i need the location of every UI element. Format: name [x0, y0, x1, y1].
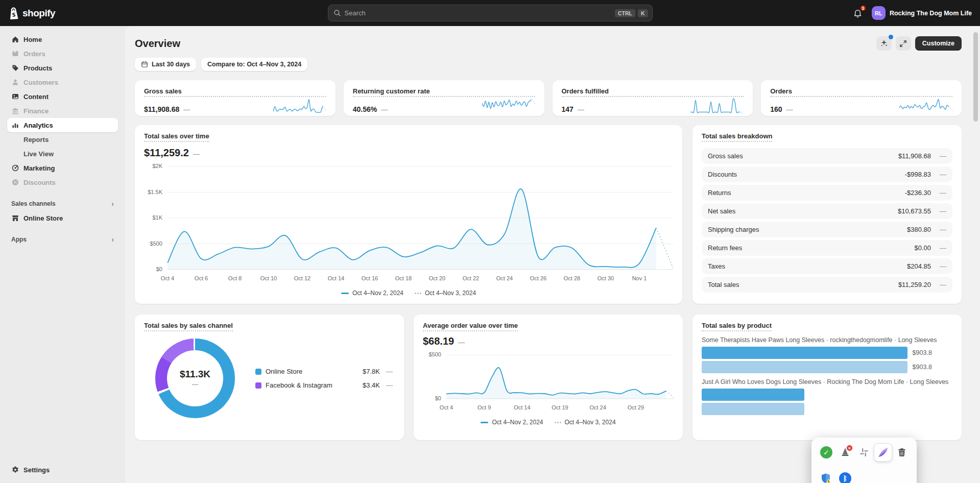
- trash-icon[interactable]: [893, 444, 911, 461]
- x-tick-label: Oct 14: [328, 275, 344, 281]
- sidebar-item-marketing[interactable]: Marketing: [7, 161, 118, 175]
- total-sales-chart-legend: Oct 4–Nov 2, 2024Oct 4–Nov 3, 2024: [144, 289, 673, 297]
- product-bar[interactable]: [702, 403, 804, 415]
- y-tick-label: $500: [429, 351, 441, 357]
- x-tick-label: Oct 20: [429, 275, 445, 281]
- product-bar[interactable]: [702, 347, 907, 359]
- search-placeholder: Search: [345, 9, 615, 17]
- scrollbar-thumb[interactable]: [973, 32, 978, 122]
- breakdown-row-taxes[interactable]: Taxes$204.85—: [702, 258, 952, 274]
- breakdown-row-shipping-charges[interactable]: Shipping charges$380.80—: [702, 222, 952, 237]
- analytics-icon: [11, 121, 19, 129]
- breakdown-row-discounts[interactable]: Discounts-$998.83—: [702, 166, 952, 182]
- product-bar-row: [702, 403, 952, 415]
- average-order-value-title[interactable]: Average order value over time: [423, 322, 518, 331]
- breakdown-row-net-sales[interactable]: Net sales$10,673.55—: [702, 203, 952, 219]
- calendar-icon: [141, 61, 148, 68]
- sidebar-item-live-view[interactable]: Live View: [7, 147, 118, 161]
- legend-label: Oct 4–Nov 2, 2024: [492, 419, 543, 426]
- y-tick-label: $500: [150, 240, 162, 247]
- notifications-button[interactable]: 1: [851, 7, 865, 20]
- metric-title[interactable]: Returning customer rate: [353, 87, 535, 97]
- product-bar-row: $903.8: [702, 361, 952, 373]
- metric-value-row: 40.56%—: [353, 97, 535, 115]
- sidebar-item-analytics[interactable]: Analytics: [7, 118, 118, 132]
- channel-delta: —: [386, 381, 393, 389]
- metric-title[interactable]: Orders: [770, 87, 952, 97]
- channel-legend-row-facebook-instagram[interactable]: Facebook & Instagram$3.4K—: [255, 381, 393, 389]
- aov-chart-plot: [446, 353, 674, 401]
- sidebar-item-label: Content: [23, 93, 49, 101]
- legend-item: Oct 4–Nov 2, 2024: [481, 419, 543, 426]
- settings-label: Settings: [23, 466, 50, 474]
- feather-icon[interactable]: [874, 444, 892, 461]
- shield-warning-icon[interactable]: [818, 470, 835, 483]
- total-sales-over-time-title[interactable]: Total sales over time: [144, 132, 209, 142]
- chevron-right-icon: ›: [111, 200, 114, 208]
- sidebar-item-content[interactable]: Content: [7, 89, 118, 104]
- metric-card-orders: Orders160—: [761, 80, 962, 116]
- date-range-button[interactable]: Last 30 days: [135, 58, 196, 71]
- sidebar-item-home[interactable]: Home: [7, 32, 118, 46]
- aov-chart-legend: Oct 4–Nov 2, 2024Oct 4–Nov 3, 2024: [423, 419, 674, 426]
- bluetooth-icon[interactable]: ᛒ: [836, 470, 854, 483]
- account-menu[interactable]: RL Rocking The Dog Mom Life: [872, 6, 972, 20]
- sidebar-item-online-store[interactable]: Online Store: [7, 211, 118, 225]
- compare-button[interactable]: Compare to: Oct 4–Nov 3, 2024: [201, 58, 307, 71]
- sidebar-section-sales-channels[interactable]: Sales channels›: [11, 200, 114, 208]
- breakdown-value: $380.80: [907, 226, 931, 233]
- shopify-logo[interactable]: S shopify: [8, 7, 55, 20]
- sales-by-channel-title[interactable]: Total sales by sales channel: [144, 322, 233, 331]
- breakdown-row-gross-sales[interactable]: Gross sales$11,908.68—: [702, 148, 952, 164]
- sales-channel-donut-chart: $11.3K —: [155, 339, 235, 418]
- metric-delta: —: [578, 106, 584, 113]
- y-tick-label: $1K: [152, 214, 162, 221]
- sidebar-item-label: Home: [23, 36, 42, 43]
- metric-value-row: 160—: [770, 97, 952, 115]
- customize-button[interactable]: Customize: [915, 36, 962, 51]
- aov-headline: $68.19—: [423, 335, 674, 347]
- shopify-bag-icon: S: [8, 6, 20, 20]
- sidebar-item-label: Reports: [23, 136, 49, 143]
- sidebar-item-label: Products: [23, 64, 52, 72]
- sidebar-sections: Sales channels›Online StoreApps›: [7, 189, 118, 247]
- sales-by-product-title[interactable]: Total sales by product: [702, 322, 772, 331]
- x-tick-label: Oct 24: [496, 275, 513, 281]
- product-bar[interactable]: [702, 389, 804, 401]
- breakdown-label: Total sales: [708, 281, 739, 288]
- total-sales-over-time-card: Total sales over time $11,259.2— $2K$1.5…: [135, 125, 682, 304]
- metric-title[interactable]: Gross sales: [144, 87, 326, 97]
- channel-legend-row-online-store[interactable]: Online Store$7.8K—: [255, 368, 393, 375]
- insights-button[interactable]: [876, 36, 892, 51]
- product-bar[interactable]: [702, 361, 907, 373]
- sidebar-item-settings[interactable]: Settings: [7, 464, 118, 476]
- slack-icon[interactable]: [855, 444, 873, 461]
- total-sales-chart-y-axis: $2K$1.5K$1K$500$0: [144, 165, 168, 272]
- metric-value: $11,908.68—: [144, 105, 190, 115]
- sidebar-section-apps[interactable]: Apps›: [11, 235, 114, 244]
- metric-title[interactable]: Orders fulfilled: [562, 87, 744, 97]
- gear-icon: [11, 466, 19, 474]
- sidebar-item-reports[interactable]: Reports: [7, 132, 118, 147]
- checkmark-icon[interactable]: ✓: [818, 444, 835, 461]
- channel-value: $3.4K: [363, 381, 380, 389]
- sidebar-item-products[interactable]: Products: [7, 61, 118, 75]
- breakdown-label: Taxes: [708, 262, 725, 270]
- legend-item: Oct 4–Nov 3, 2024: [415, 289, 476, 297]
- x-tick-label: Oct 4: [440, 404, 453, 410]
- breakdown-label: Net sales: [708, 207, 735, 215]
- channel-legend: Online Store$7.8K—Facebook & Instagram$3…: [255, 368, 395, 389]
- search-input[interactable]: Search CTRL K: [328, 5, 653, 21]
- chevron-right-icon: ›: [111, 235, 114, 244]
- sidebar-item-label: Online Store: [23, 214, 63, 222]
- breakdown-row-return-fees[interactable]: Return fees$0.00—: [702, 240, 952, 256]
- metric-sparkline: [273, 97, 326, 115]
- metric-card-gross-sales: Gross sales$11,908.68—: [135, 80, 336, 116]
- total-sales-breakdown-title[interactable]: Total sales breakdown: [702, 132, 772, 142]
- sidebar-section-label: Apps: [11, 236, 27, 243]
- breakdown-delta: —: [939, 171, 946, 178]
- pin-error-icon[interactable]: ×: [836, 444, 854, 461]
- breakdown-row-total-sales[interactable]: Total sales$11,259.20—: [702, 277, 952, 293]
- breakdown-row-returns[interactable]: Returns-$236.30—: [702, 185, 952, 201]
- fullscreen-button[interactable]: [896, 36, 911, 51]
